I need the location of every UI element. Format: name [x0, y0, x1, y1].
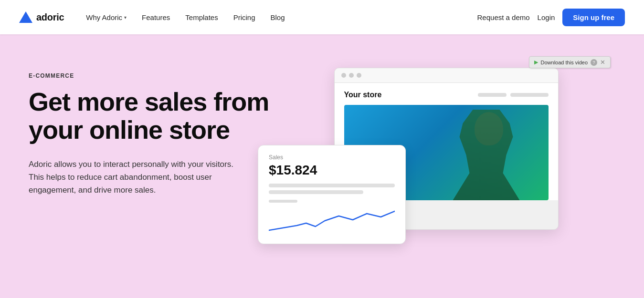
sales-chart — [269, 206, 395, 235]
nav-link-blog[interactable]: Blog — [264, 10, 292, 25]
store-bar-1 — [478, 93, 507, 97]
download-bar: ▶ Download this video ? ✕ — [529, 56, 611, 68]
store-bar-group — [478, 93, 549, 97]
logo-text: adoric — [36, 12, 64, 23]
nav-link-templates[interactable]: Templates — [179, 10, 224, 25]
hero-subtext: Adoric allows you to interact personally… — [29, 158, 239, 197]
request-demo-link[interactable]: Request a demo — [477, 13, 530, 21]
store-title: Your store — [344, 91, 382, 99]
sales-bar-partial — [269, 190, 363, 194]
sales-card: Sales $15.824 — [258, 145, 406, 244]
hero-headline: Get more sales from your online store — [29, 88, 277, 144]
nav-right: Request a demo Login Sign up free — [477, 9, 625, 26]
nav-link-features[interactable]: Features — [135, 10, 177, 25]
browser-dot-1 — [341, 73, 346, 78]
store-title-row: Your store — [344, 91, 549, 99]
sales-label: Sales — [269, 154, 395, 161]
nav-link-why-adoric[interactable]: Why Adoric ▾ — [79, 10, 133, 25]
sales-mini-bar — [269, 200, 297, 203]
hero-left: E-COMMERCE Get more sales from your onli… — [29, 63, 277, 196]
browser-toolbar — [335, 68, 558, 83]
help-icon[interactable]: ? — [591, 59, 597, 66]
store-bar-2 — [510, 93, 549, 97]
navbar: adoric Why Adoric ▾ Features Templates P… — [0, 0, 644, 34]
logo[interactable]: adoric — [19, 11, 64, 23]
hero-section: E-COMMERCE Get more sales from your onli… — [0, 34, 644, 298]
logo-icon — [19, 11, 32, 23]
browser-dot-3 — [357, 73, 361, 78]
woman-figure — [453, 110, 520, 200]
nav-link-pricing[interactable]: Pricing — [227, 10, 262, 25]
signup-button[interactable]: Sign up free — [562, 9, 625, 26]
chevron-down-icon: ▾ — [124, 15, 127, 20]
play-icon: ▶ — [534, 59, 538, 65]
sales-value: $15.824 — [269, 163, 395, 178]
close-icon[interactable]: ✕ — [600, 59, 605, 66]
sales-bar-full — [269, 184, 395, 187]
nav-links: Why Adoric ▾ Features Templates Pricing … — [79, 10, 473, 25]
login-link[interactable]: Login — [538, 13, 555, 21]
sales-bar-row — [269, 184, 395, 194]
hero-right: ▶ Download this video ? ✕ Your store — [277, 63, 615, 230]
hero-tag: E-COMMERCE — [29, 72, 277, 79]
browser-dot-2 — [349, 73, 354, 78]
download-label[interactable]: Download this video — [541, 60, 588, 65]
